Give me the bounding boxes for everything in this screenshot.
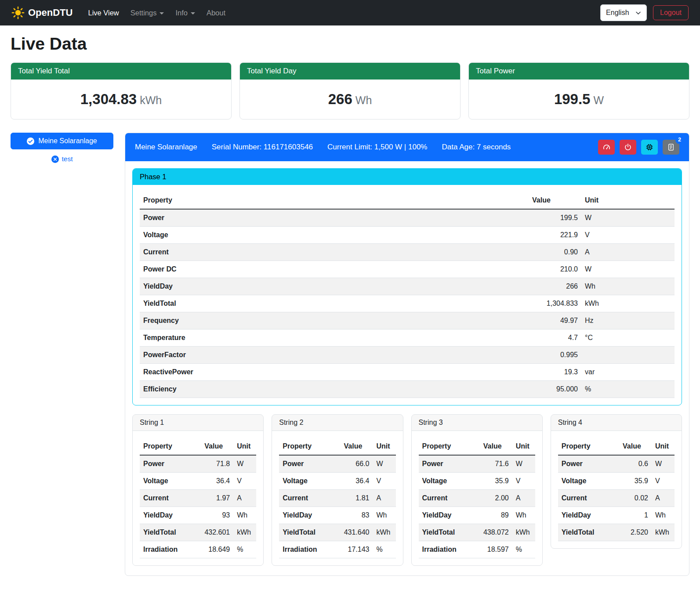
card-body: 266Wh: [240, 80, 460, 119]
table-row: Current1.97A: [140, 490, 256, 507]
row-value: 17.143: [341, 541, 373, 558]
string-card: String 2 Property Value Unit Power66.0WV…: [272, 414, 403, 566]
navbar-left: OpenDTU Live View Settings Info About: [11, 5, 231, 21]
string-table: Property Value Unit Power71.6WVoltage35.…: [419, 438, 535, 558]
row-property: YieldTotal: [279, 524, 340, 541]
column-header-unit: Unit: [512, 438, 535, 455]
row-unit: Wh: [512, 507, 535, 524]
row-value: 71.8: [201, 455, 233, 473]
power-control-button[interactable]: [620, 140, 636, 155]
row-property: YieldDay: [419, 507, 480, 524]
row-unit: A: [581, 244, 675, 261]
table-row: Irradiation17.143%: [279, 541, 395, 558]
nav-item-settings[interactable]: Settings: [125, 5, 170, 21]
table-row: Power DC210.0W: [140, 261, 675, 278]
check-circle-icon: [27, 137, 34, 145]
nav-item-about[interactable]: About: [201, 5, 231, 21]
table-row: YieldTotal2.520kWh: [558, 524, 675, 541]
row-unit: °C: [581, 329, 675, 347]
table-header-row: Property Value Unit: [419, 438, 535, 455]
main-content: Live Data Total Yield Total 1,304.83kWh …: [0, 34, 700, 587]
row-property: Power: [279, 455, 340, 473]
table-row: YieldDay1Wh: [558, 507, 675, 524]
row-unit: A: [233, 490, 256, 507]
table-row: Frequency49.97Hz: [140, 312, 675, 329]
row-value: 36.4: [341, 473, 373, 490]
row-value: 210.0: [529, 261, 581, 278]
row-property: ReactivePower: [140, 364, 529, 381]
navbar: OpenDTU Live View Settings Info About En…: [0, 0, 700, 25]
column-header-value: Value: [619, 438, 652, 455]
row-unit: kWh: [233, 524, 256, 541]
row-property: Current: [140, 490, 201, 507]
power-icon: [624, 143, 632, 151]
row-value: 1.97: [201, 490, 233, 507]
card-total-yield-day: Total Yield Day 266Wh: [239, 62, 461, 119]
brand-link[interactable]: OpenDTU: [11, 6, 73, 19]
table-row: Voltage36.4V: [140, 473, 256, 490]
table-header-row: Property Value Unit: [279, 438, 395, 455]
string-table: Property Value Unit Power71.8WVoltage36.…: [140, 438, 256, 558]
row-value: 93: [201, 507, 233, 524]
row-value: 432.601: [201, 524, 233, 541]
row-property: YieldTotal: [419, 524, 480, 541]
string-card-body: Property Value Unit Power0.6WVoltage35.9…: [551, 431, 682, 548]
string-table: Property Value Unit Power66.0WVoltage36.…: [279, 438, 395, 558]
nav-item-info[interactable]: Info: [170, 5, 201, 21]
language-select[interactable]: English: [600, 4, 647, 21]
chevron-down-icon: [635, 10, 641, 16]
nav-settings-label: Settings: [131, 9, 157, 17]
device-info-button[interactable]: [641, 140, 658, 155]
column-header-property: Property: [558, 438, 619, 455]
table-row: Voltage35.9V: [558, 473, 675, 490]
string-card: String 1 Property Value Unit Power71.8WV…: [132, 414, 264, 566]
row-unit: V: [652, 473, 675, 490]
row-unit: W: [233, 455, 256, 473]
table-row: YieldTotal438.072kWh: [419, 524, 535, 541]
table-row: Power71.6W: [419, 455, 535, 473]
row-property: Power DC: [140, 261, 529, 278]
row-unit: V: [373, 473, 396, 490]
row-value: 4.7: [529, 329, 581, 347]
navbar-right: English Logout: [600, 4, 689, 21]
row-value: 2.00: [480, 490, 512, 507]
string-card-body: Property Value Unit Power71.8WVoltage36.…: [133, 431, 263, 565]
card-header: Total Yield Total: [11, 63, 231, 80]
table-row: Voltage221.9V: [140, 227, 675, 244]
limit-settings-button[interactable]: [598, 140, 615, 155]
table-row: Irradiation18.649%: [140, 541, 256, 558]
row-property: Power: [419, 455, 480, 473]
card-unit: kWh: [140, 94, 162, 106]
table-row: Current0.90A: [140, 244, 675, 261]
row-property: Current: [419, 490, 480, 507]
row-property: YieldTotal: [140, 295, 529, 312]
inverter-item-meine-solaranlage[interactable]: Meine Solaranlage: [11, 133, 113, 149]
speedometer-icon: [602, 143, 611, 152]
row-value: 1: [619, 507, 652, 524]
column-header-value: Value: [341, 438, 373, 455]
row-property: YieldDay: [140, 278, 529, 295]
row-property: Power: [140, 455, 201, 473]
row-property: Current: [140, 244, 529, 261]
row-property: Power: [140, 209, 529, 227]
strings-row: String 1 Property Value Unit Power71.8WV…: [132, 414, 682, 566]
row-property: Voltage: [419, 473, 480, 490]
language-selected-value: English: [606, 9, 629, 17]
event-log-button[interactable]: 2: [663, 140, 679, 155]
row-value: 0.995: [529, 347, 581, 364]
row-property: Current: [558, 490, 619, 507]
inverter-current-limit: Current Limit: 1,500 W | 100%: [327, 143, 427, 152]
row-value: 66.0: [341, 455, 373, 473]
row-value: 438.072: [480, 524, 512, 541]
row-property: Voltage: [140, 227, 529, 244]
string-card-body: Property Value Unit Power71.6WVoltage35.…: [412, 431, 542, 565]
table-row: YieldDay89Wh: [419, 507, 535, 524]
logout-button[interactable]: Logout: [653, 5, 689, 20]
table-row: YieldTotal431.640kWh: [279, 524, 395, 541]
row-unit: kWh: [373, 524, 396, 541]
row-property: PowerFactor: [140, 347, 529, 364]
row-property: Irradiation: [140, 541, 201, 558]
phase-card: Phase 1 Property Value Unit Power199.5WV…: [132, 168, 682, 405]
nav-item-live-view[interactable]: Live View: [82, 5, 124, 21]
inverter-item-test[interactable]: test: [11, 155, 113, 163]
